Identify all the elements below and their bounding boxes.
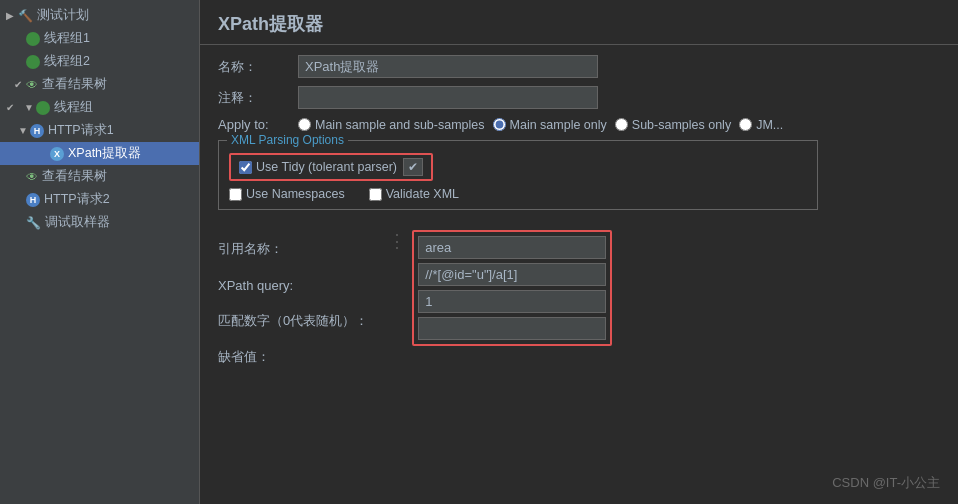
xml-row-2: Use Namespaces Validate XML bbox=[229, 187, 807, 201]
thread-icon bbox=[26, 55, 40, 69]
check-icon: ✔ bbox=[6, 102, 18, 113]
name-label: 名称： bbox=[218, 58, 298, 76]
panel-title: XPath提取器 bbox=[200, 0, 958, 45]
sidebar-item-xpath[interactable]: X XPath提取器 bbox=[0, 142, 199, 165]
sidebar-label: 测试计划 bbox=[37, 7, 89, 24]
sidebar-label: 查看结果树 bbox=[42, 168, 107, 185]
sidebar-label: 线程组2 bbox=[44, 53, 90, 70]
use-tidy-checkbox[interactable] bbox=[239, 161, 252, 174]
hammer-icon: 🔨 bbox=[18, 9, 33, 23]
thread-icon bbox=[36, 101, 50, 115]
sidebar-item-thread-group-3[interactable]: ✔ ▼ 线程组 bbox=[0, 96, 199, 119]
radio-main-sub-input[interactable] bbox=[298, 118, 311, 131]
xml-options-box: XML Parsing Options Use Tidy (tolerant p… bbox=[218, 140, 818, 210]
use-tidy-label[interactable]: Use Tidy (tolerant parser) bbox=[239, 160, 397, 174]
default-label: 缺省值： bbox=[218, 344, 368, 370]
ref-inputs-area: ⋮ bbox=[388, 230, 612, 346]
sidebar-label: 线程组 bbox=[54, 99, 93, 116]
radio-sub-only[interactable]: Sub-samples only bbox=[615, 118, 731, 132]
arrow-icon: ▶ bbox=[6, 10, 18, 21]
radio-main-sub[interactable]: Main sample and sub-samples bbox=[298, 118, 485, 132]
xml-options-content: Use Tidy (tolerant parser) ✔ Use Namespa… bbox=[229, 149, 807, 201]
name-input[interactable] bbox=[298, 55, 598, 78]
apply-to-row: Apply to: Main sample and sub-samples Ma… bbox=[218, 117, 940, 132]
sidebar-label: HTTP请求2 bbox=[44, 191, 110, 208]
sidebar-label: 线程组1 bbox=[44, 30, 90, 47]
default-input[interactable] bbox=[418, 317, 606, 340]
divider-dots: ⋮ bbox=[388, 230, 406, 252]
sidebar-item-http1[interactable]: ▼ H HTTP请求1 bbox=[0, 119, 199, 142]
ref-name-input[interactable] bbox=[418, 236, 606, 259]
comment-label: 注释： bbox=[218, 89, 298, 107]
csdn-watermark: CSDN @IT-小公主 bbox=[832, 474, 940, 492]
tidy-check-mark: ✔ bbox=[403, 158, 423, 176]
ref-name-label: 引用名称： bbox=[218, 236, 368, 262]
sidebar-item-test-plan[interactable]: ▶ 🔨 测试计划 bbox=[0, 4, 199, 27]
match-no-label: 匹配数字（0代表随机）： bbox=[218, 308, 368, 334]
sidebar: ▶ 🔨 测试计划 线程组1 线程组2 ✔ 👁 查看结果树 ✔ ▼ 线程组 ▼ H… bbox=[0, 0, 200, 504]
xml-row-1: Use Tidy (tolerant parser) ✔ bbox=[229, 153, 807, 181]
radio-sub-only-input[interactable] bbox=[615, 118, 628, 131]
comment-input[interactable] bbox=[298, 86, 598, 109]
eye-icon: 👁 bbox=[26, 78, 38, 92]
validate-xml-text: Validate XML bbox=[386, 187, 459, 201]
eye-icon2: 👁 bbox=[26, 170, 38, 184]
arrow-down-icon2: ▼ bbox=[18, 125, 30, 136]
xml-options-title[interactable]: XML Parsing Options bbox=[227, 133, 348, 147]
use-tidy-box: Use Tidy (tolerant parser) ✔ bbox=[229, 153, 433, 181]
sidebar-label: 查看结果树 bbox=[42, 76, 107, 93]
radio-main-only[interactable]: Main sample only bbox=[493, 118, 607, 132]
sidebar-item-view-result-1[interactable]: ✔ 👁 查看结果树 bbox=[0, 73, 199, 96]
sidebar-label: HTTP请求1 bbox=[48, 122, 114, 139]
sidebar-label: 调试取样器 bbox=[45, 214, 110, 231]
radio-jm-label: JM... bbox=[756, 118, 783, 132]
radio-main-only-label: Main sample only bbox=[510, 118, 607, 132]
sidebar-item-debug[interactable]: 🔧 调试取样器 bbox=[0, 211, 199, 234]
apply-to-label: Apply to: bbox=[218, 117, 298, 132]
comment-row: 注释： bbox=[218, 86, 940, 109]
xpath-query-input[interactable] bbox=[418, 263, 606, 286]
sidebar-item-http2[interactable]: H HTTP请求2 bbox=[0, 188, 199, 211]
radio-main-only-input[interactable] bbox=[493, 118, 506, 131]
radio-group: Main sample and sub-samples Main sample … bbox=[298, 118, 783, 132]
name-row: 名称： bbox=[218, 55, 940, 78]
use-namespaces-checkbox[interactable] bbox=[229, 188, 242, 201]
thread-icon bbox=[26, 32, 40, 46]
reference-section: 引用名称： XPath query: 匹配数字（0代表随机）： 缺省值： ⋮ bbox=[218, 230, 940, 370]
radio-jm[interactable]: JM... bbox=[739, 118, 783, 132]
arrow-icon: ✔ bbox=[14, 79, 26, 90]
sidebar-label: XPath提取器 bbox=[68, 145, 141, 162]
http-icon: H bbox=[30, 124, 44, 138]
xpath-icon: X bbox=[50, 147, 64, 161]
xpath-query-label: XPath query: bbox=[218, 272, 368, 298]
use-namespaces-label[interactable]: Use Namespaces bbox=[229, 187, 345, 201]
ref-labels: 引用名称： XPath query: 匹配数字（0代表随机）： 缺省值： bbox=[218, 230, 368, 370]
radio-sub-only-label: Sub-samples only bbox=[632, 118, 731, 132]
sidebar-item-view-result-2[interactable]: 👁 查看结果树 bbox=[0, 165, 199, 188]
validate-xml-checkbox[interactable] bbox=[369, 188, 382, 201]
form-area: 名称： 注释： Apply to: Main sample and sub-sa… bbox=[200, 45, 958, 504]
http-icon2: H bbox=[26, 193, 40, 207]
radio-main-sub-label: Main sample and sub-samples bbox=[315, 118, 485, 132]
debug-icon: 🔧 bbox=[26, 216, 41, 230]
sidebar-item-thread-group-1[interactable]: 线程组1 bbox=[0, 27, 199, 50]
radio-jm-input[interactable] bbox=[739, 118, 752, 131]
use-tidy-text: Use Tidy (tolerant parser) bbox=[256, 160, 397, 174]
use-namespaces-text: Use Namespaces bbox=[246, 187, 345, 201]
sidebar-item-thread-group-2[interactable]: 线程组2 bbox=[0, 50, 199, 73]
match-no-input[interactable] bbox=[418, 290, 606, 313]
arrow-down-icon: ▼ bbox=[24, 102, 36, 113]
ref-inputs-box bbox=[412, 230, 612, 346]
main-panel: XPath提取器 名称： 注释： Apply to: Main sample a… bbox=[200, 0, 958, 504]
validate-xml-label[interactable]: Validate XML bbox=[369, 187, 459, 201]
